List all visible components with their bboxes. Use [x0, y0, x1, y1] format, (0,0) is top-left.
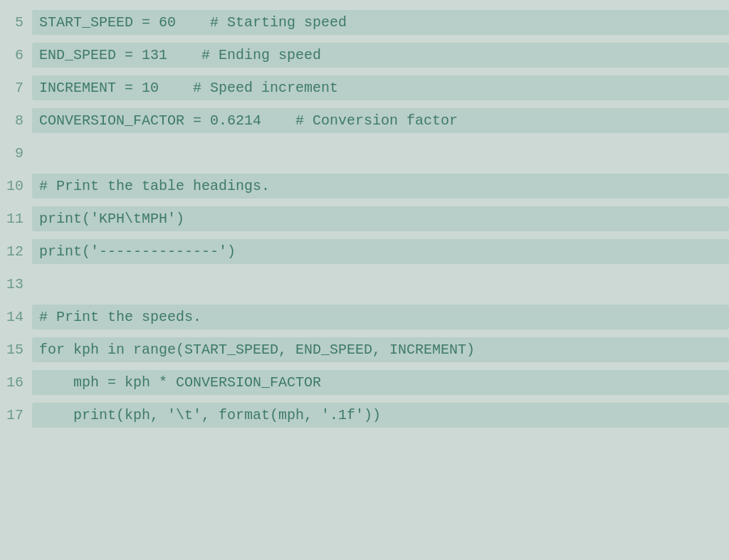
line-number-6: 6 [0, 47, 32, 63]
line-number-7: 7 [0, 80, 32, 96]
code-line-9: 9 [0, 137, 729, 169]
code-line-6: 6END_SPEED = 131 # Ending speed [0, 38, 729, 71]
line-content-5: START_SPEED = 60 # Starting speed [32, 10, 729, 35]
line-number-5: 5 [0, 14, 32, 31]
line-content-7: INCREMENT = 10 # Speed increment [32, 75, 729, 100]
line-number-11: 11 [0, 211, 32, 227]
line-number-16: 16 [0, 374, 32, 391]
code-line-10: 10# Print the table headings. [0, 169, 729, 202]
code-line-5: 5START_SPEED = 60 # Starting speed [0, 6, 729, 38]
code-line-17: 17 print(kph, '\t', format(mph, '.1f')) [0, 398, 729, 431]
line-content-12: print('--------------') [32, 239, 729, 264]
line-number-15: 15 [0, 342, 32, 358]
line-content-11: print('KPH\tMPH') [32, 206, 729, 231]
line-content-14: # Print the speeds. [32, 305, 729, 329]
line-number-14: 14 [0, 309, 32, 325]
line-content-6: END_SPEED = 131 # Ending speed [32, 43, 729, 68]
line-content-13 [32, 280, 729, 288]
line-content-10: # Print the table headings. [32, 174, 729, 199]
line-content-9 [32, 149, 729, 157]
code-line-15: 15for kph in range(START_SPEED, END_SPEE… [0, 333, 729, 366]
code-line-11: 11print('KPH\tMPH') [0, 202, 729, 235]
line-number-9: 9 [0, 145, 32, 162]
code-line-7: 7INCREMENT = 10 # Speed increment [0, 71, 729, 104]
code-line-13: 13 [0, 268, 729, 300]
code-line-14: 14# Print the speeds. [0, 300, 729, 333]
line-content-15: for kph in range(START_SPEED, END_SPEED,… [32, 337, 729, 362]
line-number-8: 8 [0, 112, 32, 129]
line-number-10: 10 [0, 178, 32, 194]
code-line-8: 8CONVERSION_FACTOR = 0.6214 # Conversion… [0, 104, 729, 137]
code-container: 5START_SPEED = 60 # Starting speed6END_S… [0, 0, 729, 560]
code-line-16: 16 mph = kph * CONVERSION_FACTOR [0, 366, 729, 398]
line-content-16: mph = kph * CONVERSION_FACTOR [32, 370, 729, 395]
code-line-12: 12print('--------------') [0, 235, 729, 268]
line-content-8: CONVERSION_FACTOR = 0.6214 # Conversion … [32, 108, 729, 133]
line-number-12: 12 [0, 243, 32, 260]
line-number-17: 17 [0, 407, 32, 423]
line-content-17: print(kph, '\t', format(mph, '.1f')) [32, 403, 729, 428]
line-number-13: 13 [0, 276, 32, 292]
